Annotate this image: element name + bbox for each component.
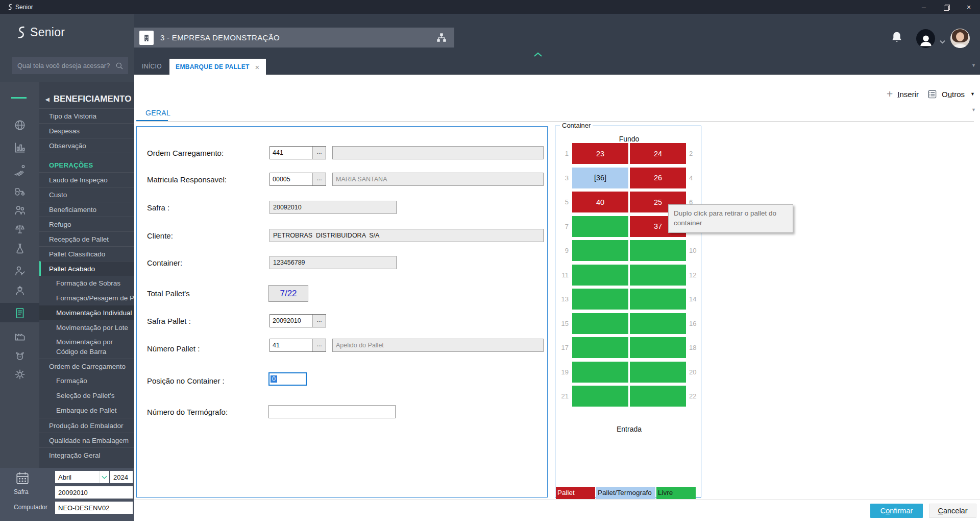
sidebar-item[interactable]: Qualidade na Embalagem: [39, 433, 134, 447]
container-slot[interactable]: 24: [630, 143, 686, 164]
notifications-bell-icon[interactable]: [890, 31, 903, 47]
tab-inicio[interactable]: INÍCIO: [134, 58, 169, 75]
hierarchy-icon[interactable]: [436, 32, 447, 43]
sidebar-item[interactable]: Movimentação por Código de Barra: [39, 335, 134, 359]
container-slot[interactable]: [630, 362, 686, 383]
numero-pallet-lookup-button[interactable]: ...: [312, 339, 326, 351]
sidebar-item[interactable]: Beneficiamento: [39, 202, 134, 217]
sidebar-item[interactable]: Custo: [39, 187, 134, 202]
outros-caret-icon[interactable]: ▼: [970, 92, 975, 97]
factory-icon[interactable]: [13, 329, 27, 342]
scales-icon[interactable]: [13, 223, 27, 236]
container-slot[interactable]: [572, 265, 628, 286]
numero-pallet-value[interactable]: [270, 339, 312, 351]
container-slot[interactable]: [36]: [572, 168, 628, 188]
sidebar-item[interactable]: Seleção de Pallet's: [39, 388, 134, 403]
sidebar-item[interactable]: Despesas: [39, 123, 134, 138]
year-field[interactable]: 2024: [110, 471, 133, 483]
inserir-button[interactable]: Inserir: [897, 90, 919, 99]
collapse-header-chevron-up-icon[interactable]: [533, 50, 543, 59]
field-icon[interactable]: [13, 163, 27, 177]
matricula-value[interactable]: [270, 173, 312, 185]
sidebar-item[interactable]: Pallet Acabado: [39, 261, 134, 276]
container-slot[interactable]: [630, 337, 686, 358]
safra-pallet-value[interactable]: [270, 315, 312, 327]
container-slot[interactable]: [630, 289, 686, 310]
globe-icon[interactable]: [13, 119, 27, 132]
ordem-value[interactable]: [270, 147, 312, 159]
container-slot[interactable]: [572, 313, 628, 334]
container-slot[interactable]: [630, 240, 686, 261]
container-slot[interactable]: [572, 337, 628, 358]
user-avatar-icon[interactable]: [916, 29, 935, 48]
support-avatar-photo[interactable]: [950, 29, 970, 48]
company-selector[interactable]: 3 - EMPRESA DEMONSTRAÇÃO: [134, 28, 454, 48]
sidebar-item[interactable]: Observação: [39, 138, 134, 153]
container-slot[interactable]: [572, 386, 628, 407]
container-slot[interactable]: 40: [572, 192, 628, 212]
gear-icon[interactable]: [13, 368, 27, 381]
sidebar-item[interactable]: Pallet Classificado: [39, 246, 134, 261]
tab-embarque-de-pallet[interactable]: EMBARQUE DE PALLET ×: [169, 59, 266, 75]
numero-pallet-input[interactable]: ...: [270, 339, 326, 352]
sidebar-item[interactable]: Movimentação por Lote: [39, 320, 134, 335]
sidebar-item[interactable]: Laudo de Inspeção: [39, 172, 134, 187]
flask-icon[interactable]: [13, 242, 27, 255]
ordem-lookup-button[interactable]: ...: [312, 147, 326, 159]
worker-icon[interactable]: [13, 284, 27, 297]
container-slot[interactable]: [572, 362, 628, 383]
screen-search[interactable]: [12, 57, 128, 74]
restore-icon[interactable]: [935, 0, 958, 14]
outros-button[interactable]: Outros: [942, 90, 965, 99]
tab-geral[interactable]: GERAL: [145, 109, 170, 117]
sidebar-item[interactable]: Tipo da Vistoria: [39, 108, 134, 123]
container-slot[interactable]: [630, 386, 686, 407]
matricula-input[interactable]: ...: [270, 173, 326, 186]
container-slot[interactable]: [572, 240, 628, 261]
user-menu-chevron-down-icon[interactable]: [940, 37, 945, 46]
confirmar-button[interactable]: Confirmar: [870, 504, 923, 518]
sidebar-item[interactable]: Produção do Embalador: [39, 418, 134, 433]
menu-indicator[interactable]: [11, 97, 27, 99]
ordem-input[interactable]: ...: [270, 146, 326, 159]
matricula-lookup-button[interactable]: ...: [312, 173, 326, 185]
cancelar-button[interactable]: Cancelar: [929, 504, 976, 518]
sidebar-item[interactable]: Recepção de Pallet: [39, 231, 134, 246]
sidebar-item[interactable]: Formação de Sobras: [39, 276, 134, 291]
sidebar-item[interactable]: Movimentação Individual: [39, 305, 134, 320]
container-slot[interactable]: [572, 216, 628, 237]
minimize-icon[interactable]: –: [913, 0, 935, 14]
person-check-icon[interactable]: [13, 264, 27, 277]
safra-pallet-lookup-button[interactable]: ...: [312, 315, 326, 327]
sidebar-item[interactable]: Refugo: [39, 217, 134, 231]
bar-chart-icon[interactable]: [13, 141, 27, 154]
content-caret-icon[interactable]: ▼: [971, 108, 976, 112]
sidebar-item[interactable]: Formação: [39, 373, 134, 388]
sidebar-item[interactable]: Ordem de Carregamento: [39, 359, 134, 373]
termografo-input[interactable]: [268, 405, 396, 418]
container-slot[interactable]: 26: [630, 168, 686, 188]
container-slot[interactable]: [630, 265, 686, 286]
tractor-icon[interactable]: [13, 184, 27, 197]
month-select[interactable]: Abril: [55, 471, 99, 483]
safra-field[interactable]: 20092010: [55, 486, 133, 499]
close-icon[interactable]: ×: [958, 0, 980, 14]
document-icon[interactable]: [13, 306, 27, 320]
computador-field[interactable]: NEO-DESENV02: [55, 502, 133, 514]
menu-section-header[interactable]: ◀ BENEFICIAMENTO: [39, 90, 134, 108]
posicao-input[interactable]: 0: [268, 372, 307, 386]
header-dropdown-caret-icon[interactable]: ▼: [971, 63, 976, 68]
animal-icon[interactable]: [13, 349, 27, 363]
sidebar-item[interactable]: Integração Geral: [39, 447, 134, 462]
sidebar-item[interactable]: Embarque de Pallet: [39, 403, 134, 418]
container-slot[interactable]: [630, 313, 686, 334]
safra-pallet-input[interactable]: ...: [270, 314, 326, 327]
sidebar-item[interactable]: Formação/Pesagem de Pal: [39, 291, 134, 305]
tab-close-icon[interactable]: ×: [255, 63, 260, 72]
container-slot[interactable]: [572, 289, 628, 310]
people-icon[interactable]: [13, 203, 27, 217]
search-input[interactable]: [17, 62, 115, 69]
slot-number: 5: [555, 192, 569, 212]
container-slot[interactable]: 23: [572, 143, 628, 164]
month-chevron-down-icon[interactable]: [99, 471, 109, 483]
